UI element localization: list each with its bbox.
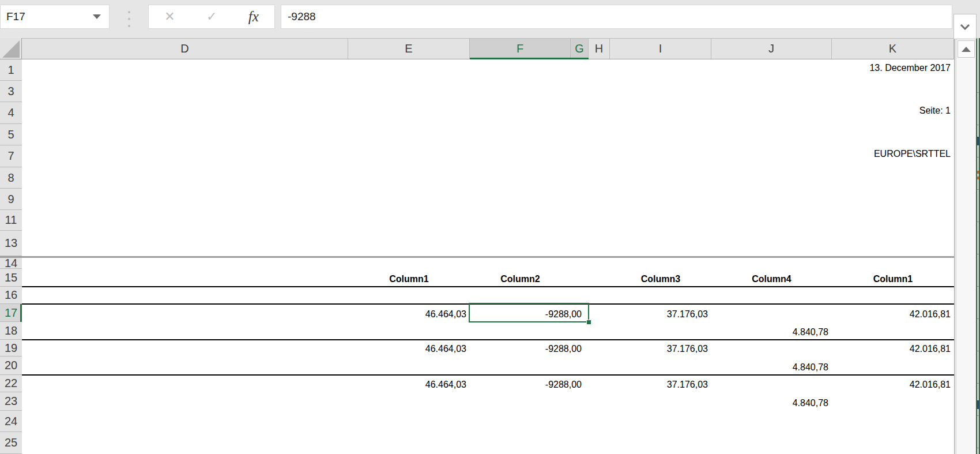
sliver-mark — [977, 137, 979, 145]
cell-E22[interactable]: 46.464,03 — [349, 378, 466, 391]
excel-window: F17 ✕ ✓ fx -9288 DEFGHIJK134578911131415… — [0, 0, 980, 454]
formula-bar-strip: F17 ✕ ✓ fx -9288 — [0, 0, 980, 38]
sliver-mark — [977, 177, 979, 179]
column-header-accent-G — [571, 58, 589, 59]
table-header-K15[interactable]: Column1 — [832, 273, 954, 286]
row-header-8[interactable]: 8 — [0, 167, 22, 189]
expand-formula-bar-button[interactable] — [953, 14, 977, 39]
sliver-divider — [977, 254, 979, 254]
column-header-F[interactable]: F — [470, 38, 571, 59]
row-header-23[interactable]: 23 — [0, 392, 22, 411]
row-header-5[interactable]: 5 — [0, 124, 22, 145]
name-box[interactable]: F17 — [0, 5, 110, 29]
cell-E19[interactable]: 46.464,03 — [349, 343, 466, 355]
cell-I19[interactable]: 37.176,03 — [611, 343, 708, 355]
sliver-divider — [977, 157, 979, 157]
column-header-E[interactable]: E — [348, 38, 470, 59]
enter-icon[interactable]: ✓ — [206, 10, 217, 23]
vertical-scrollbar[interactable] — [956, 38, 976, 454]
sliver-divider — [977, 318, 979, 319]
cell-K17[interactable]: 42.016,81 — [833, 308, 951, 321]
row-header-11[interactable]: 11 — [0, 210, 22, 231]
row-header-accent-17 — [20, 304, 22, 322]
scroll-up-button[interactable] — [958, 40, 975, 58]
row-header-20[interactable]: 20 — [0, 357, 22, 375]
table-header-J15[interactable]: Column4 — [711, 273, 832, 286]
cell-J20[interactable]: 4.840,78 — [713, 361, 828, 374]
sliver-divider — [977, 125, 979, 125]
table-header-I15[interactable]: Column3 — [610, 273, 711, 286]
selection-border — [469, 303, 589, 322]
row-header-1[interactable]: 1 — [0, 59, 22, 81]
row-header-14[interactable]: 14 — [0, 258, 22, 269]
formula-input[interactable]: -9288 — [281, 5, 952, 29]
sliver-divider — [977, 383, 979, 384]
row-header-15[interactable]: 15 — [0, 269, 22, 287]
row-header-4[interactable]: 4 — [0, 102, 22, 124]
cancel-icon[interactable]: ✕ — [164, 10, 175, 23]
sliver-divider — [977, 351, 979, 351]
formula-buttons: ✕ ✓ fx — [148, 5, 275, 29]
table-border-below-row-18 — [22, 339, 954, 340]
cell-K7[interactable]: EUROPE\SRTTEL — [833, 148, 951, 160]
sliver-divider — [977, 415, 979, 416]
grid-right-border — [954, 38, 955, 454]
cell-E17[interactable]: 46.464,03 — [349, 308, 466, 321]
page-break-line — [0, 256, 954, 258]
row-header-22[interactable]: 22 — [0, 375, 22, 392]
insert-function-icon[interactable]: fx — [248, 9, 259, 25]
right-edge-window-sliver — [976, 0, 980, 454]
select-all-icon — [2, 40, 20, 58]
fill-handle[interactable] — [586, 320, 591, 325]
sliver-divider — [977, 92, 979, 93]
sliver-divider — [977, 222, 979, 222]
row-header-25[interactable]: 25 — [0, 432, 22, 454]
sliver-mark — [977, 171, 979, 174]
sliver-divider — [977, 448, 979, 448]
column-header-J[interactable]: J — [711, 38, 832, 59]
cell-K19[interactable]: 42.016,81 — [833, 343, 951, 355]
cell-K4[interactable]: Seite: 1 — [833, 104, 951, 117]
row-header-3[interactable]: 3 — [0, 81, 22, 102]
chevron-down-icon — [960, 24, 970, 30]
cell-FG22[interactable]: -9288,00 — [471, 378, 582, 391]
row-header-9[interactable]: 9 — [0, 189, 22, 210]
sliver-mark — [977, 400, 979, 409]
row-header-19[interactable]: 19 — [0, 340, 22, 357]
name-box-value: F17 — [1, 10, 93, 23]
table-header-F15[interactable]: Column2 — [470, 273, 571, 286]
column-header-D[interactable]: D — [22, 38, 348, 59]
column-header-I[interactable]: I — [610, 38, 711, 59]
cell-J23[interactable]: 4.840,78 — [713, 397, 828, 410]
table-border-below-row-15 — [22, 286, 954, 287]
table-header-E15[interactable]: Column1 — [348, 273, 470, 286]
cell-I22[interactable]: 37.176,03 — [611, 378, 708, 391]
cell-K22[interactable]: 42.016,81 — [833, 378, 951, 391]
sliver-divider — [977, 189, 979, 190]
column-header-H[interactable]: H — [589, 38, 610, 59]
up-arrow-icon — [962, 47, 971, 52]
cell-J18[interactable]: 4.840,78 — [713, 326, 828, 339]
name-box-dropdown-icon[interactable] — [93, 14, 101, 19]
row-header-17[interactable]: 17 — [0, 304, 22, 322]
row-header-16[interactable]: 16 — [0, 287, 22, 304]
formula-value: -9288 — [281, 10, 316, 23]
column-header-G[interactable]: G — [571, 38, 589, 59]
select-all-button[interactable] — [0, 38, 22, 59]
sliver-divider — [977, 286, 979, 287]
row-header-24[interactable]: 24 — [0, 411, 22, 432]
cell-K1[interactable]: 13. December 2017 — [833, 62, 951, 74]
cell-FG19[interactable]: -9288,00 — [471, 343, 582, 355]
column-header-accent-F — [470, 58, 571, 59]
row-header-7[interactable]: 7 — [0, 145, 22, 167]
formula-bar-grip[interactable] — [127, 11, 131, 27]
column-header-K[interactable]: K — [832, 38, 954, 59]
row-header-13[interactable]: 13 — [0, 231, 22, 256]
row-header-18[interactable]: 18 — [0, 322, 22, 340]
cell-I17[interactable]: 37.176,03 — [611, 308, 708, 321]
table-border-below-row-20 — [22, 374, 954, 376]
